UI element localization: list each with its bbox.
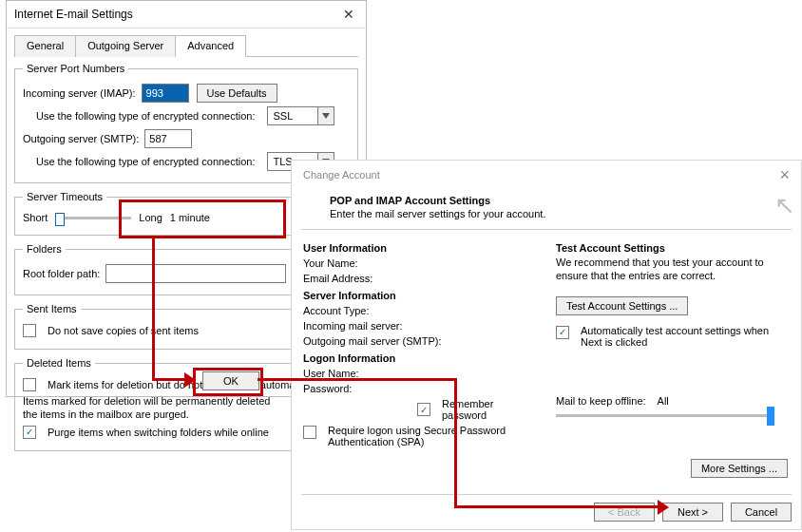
titlebar: Internet E-mail Settings ✕ bbox=[7, 1, 366, 28]
group-legend: Server Port Numbers bbox=[23, 63, 128, 74]
annotation-arrow bbox=[152, 378, 186, 381]
test-account-settings-button[interactable]: Test Account Settings ... bbox=[556, 296, 688, 315]
tab-strip: General Outgoing Server Advanced bbox=[14, 34, 358, 57]
timeout-short-label: Short bbox=[23, 212, 48, 223]
incoming-port-input[interactable] bbox=[142, 84, 189, 103]
purge-items-label: Purge items when switching folders while… bbox=[48, 427, 269, 438]
cursor-icon: ↖ bbox=[774, 191, 795, 220]
use-defaults-button[interactable]: Use Defaults bbox=[197, 84, 277, 103]
next-button[interactable]: Next > bbox=[662, 503, 723, 522]
annotation-arrow bbox=[454, 378, 457, 508]
your-name-label: Your Name: bbox=[303, 257, 358, 269]
server-information-heading: Server Information bbox=[303, 290, 541, 301]
do-not-save-sent-label: Do not save copies of sent items bbox=[48, 325, 199, 336]
cancel-button[interactable]: Cancel bbox=[731, 503, 792, 522]
annotation-arrowhead-icon bbox=[658, 500, 669, 515]
purge-items-checkbox[interactable]: ✓ bbox=[23, 426, 42, 439]
incoming-encryption-label: Use the following type of encrypted conn… bbox=[36, 110, 256, 122]
outgoing-port-input[interactable] bbox=[144, 129, 192, 148]
ok-button[interactable]: OK bbox=[202, 371, 259, 390]
dialog-title: Change Account bbox=[303, 169, 380, 180]
annotation-arrow bbox=[258, 378, 457, 381]
spa-checkbox[interactable] bbox=[303, 426, 322, 439]
incoming-mail-server-label: Incoming mail server: bbox=[303, 320, 403, 332]
group-legend: Sent Items bbox=[23, 303, 81, 314]
annotation-arrow bbox=[152, 236, 155, 378]
titlebar: Change Account × bbox=[292, 161, 801, 189]
incoming-server-label: Incoming server (IMAP): bbox=[23, 87, 136, 99]
heading: POP and IMAP Account Settings bbox=[330, 195, 782, 206]
test-account-description: We recommend that you test your account … bbox=[556, 256, 792, 283]
mail-keep-value: All bbox=[658, 395, 669, 407]
annotation-arrow bbox=[454, 505, 659, 508]
outgoing-mail-server-label: Outgoing mail server (SMTP): bbox=[303, 335, 441, 347]
auto-test-checkbox[interactable]: ✓ bbox=[556, 326, 575, 339]
remember-password-checkbox[interactable]: ✓ bbox=[417, 403, 436, 416]
close-icon[interactable]: × bbox=[779, 165, 790, 185]
account-type-label: Account Type: bbox=[303, 305, 370, 316]
group-legend: Folders bbox=[23, 243, 66, 255]
group-legend: Server Timeouts bbox=[23, 191, 106, 202]
change-account-dialog: Change Account × POP and IMAP Account Se… bbox=[291, 160, 802, 530]
tab-outgoing-server[interactable]: Outgoing Server bbox=[75, 35, 176, 57]
more-settings-button[interactable]: More Settings ... bbox=[691, 459, 788, 478]
mail-keep-label: Mail to keep offline: bbox=[556, 395, 646, 407]
outgoing-server-label: Outgoing server (SMTP): bbox=[23, 133, 139, 144]
timeout-slider[interactable] bbox=[55, 217, 131, 219]
auto-test-label: Automatically test account settings when… bbox=[581, 325, 780, 348]
outgoing-encryption-label: Use the following type of encrypted conn… bbox=[36, 156, 256, 167]
chevron-down-icon bbox=[317, 107, 334, 124]
test-account-settings-heading: Test Account Settings bbox=[556, 242, 792, 254]
divider bbox=[301, 229, 792, 230]
close-icon[interactable]: ✕ bbox=[339, 7, 358, 22]
mark-for-deletion-checkbox[interactable] bbox=[23, 378, 42, 391]
logon-information-heading: Logon Information bbox=[303, 352, 541, 364]
do-not-save-sent-checkbox[interactable] bbox=[23, 324, 42, 337]
dialog-title: Internet E-mail Settings bbox=[14, 8, 339, 21]
subheading: Enter the mail server settings for your … bbox=[330, 208, 782, 219]
root-folder-label: Root folder path: bbox=[23, 268, 100, 279]
timeout-value: 1 minute bbox=[170, 212, 210, 223]
timeout-long-label: Long bbox=[139, 212, 162, 223]
email-address-label: Email Address: bbox=[303, 273, 372, 284]
spa-label: Require logon using Secure Password Auth… bbox=[328, 425, 537, 447]
root-folder-input[interactable] bbox=[105, 264, 286, 283]
user-information-heading: User Information bbox=[303, 242, 541, 254]
tab-general[interactable]: General bbox=[14, 35, 76, 57]
password-label: Password: bbox=[303, 383, 352, 394]
divider bbox=[301, 494, 792, 495]
incoming-encryption-value: SSL bbox=[268, 110, 317, 122]
incoming-encryption-select[interactable]: SSL bbox=[267, 106, 334, 125]
annotation-arrowhead-icon bbox=[184, 372, 196, 388]
tab-advanced[interactable]: Advanced bbox=[175, 35, 246, 57]
mail-keep-slider[interactable] bbox=[556, 414, 774, 417]
group-legend: Deleted Items bbox=[23, 357, 95, 369]
